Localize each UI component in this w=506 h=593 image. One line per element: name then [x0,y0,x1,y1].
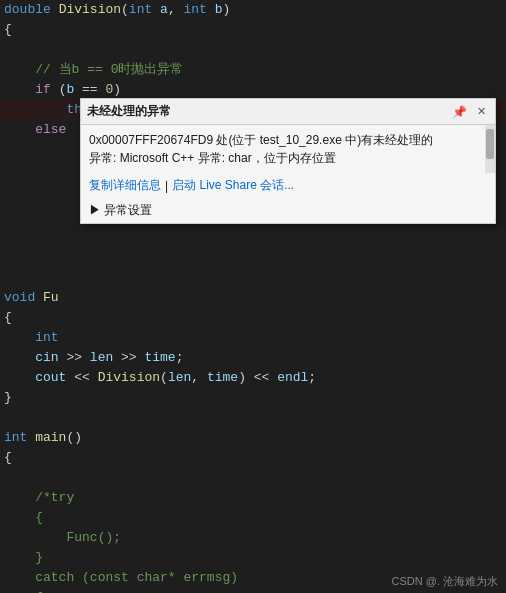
var-cout1: cout [35,368,66,388]
watermark: CSDN @. 沧海难为水 [391,574,498,589]
error-popup: 未经处理的异常 📌 ✕ 0x00007FFF20674FD9 处(位于 test… [80,98,496,224]
popup-scrollbar-thumb [486,129,494,159]
keyword-double: double [4,0,51,20]
code-line-empty1 [0,408,506,428]
code-line-empty2 [0,468,506,488]
param-b: b [215,0,223,20]
code-line-try: /*try [0,488,506,508]
var-len1: len [90,348,113,368]
code-line-5: if ( b == 0 ) [0,80,506,100]
code-line-void-fu: void Fu [0,288,506,308]
func-name: Division [59,0,121,20]
func-fu: Fu [43,288,59,308]
var-endl1: endl [277,368,308,388]
code-line-brace4: { [0,508,506,528]
popup-scrollbar[interactable] [485,125,495,173]
error-expander[interactable]: ▶ 异常设置 [81,200,495,223]
expander-text: ▶ 异常设置 [89,202,152,219]
comment-1: // 当b == 0时抛出异常 [35,60,183,80]
kw-void: void [4,288,35,308]
close-icon[interactable]: ✕ [473,104,489,120]
code-line-brace3: { [0,448,506,468]
error-body-line2: 异常: Microsoft C++ 异常: char，位于内存位置 [89,151,336,165]
code-line-2: { [0,20,506,40]
code-line-brace5: } [0,548,506,568]
code-line-brace1: { [0,308,506,328]
error-popup-controls: 📌 ✕ [452,104,489,120]
code-line-func-call: Func(); [0,528,506,548]
comment-func: Func(); [66,528,121,548]
var-b: b [66,80,74,100]
code-line-4: // 当b == 0时抛出异常 [0,60,506,80]
kw-int1: int [129,0,152,20]
code-line-3 [0,40,506,60]
code-line-1: double Division ( int a , int b ) [0,0,506,20]
pin-icon[interactable]: 📌 [452,105,467,119]
comment-brace5: } [35,548,43,568]
error-popup-header: 未经处理的异常 📌 ✕ [81,99,495,125]
comment-brace6: { [35,588,43,593]
error-popup-title: 未经处理的异常 [87,103,171,120]
code-editor: double Division ( int a , int b ) { // 当… [0,0,506,593]
code-line-cout1: cout << Division ( len , time ) << endl … [0,368,506,388]
code-line-main: int main () [0,428,506,448]
func-main: main [35,428,66,448]
kw-int2: int [184,0,207,20]
var-cin: cin [35,348,58,368]
kw-int-main: int [4,428,27,448]
kw-else: else [35,120,66,140]
comment-brace4: { [35,508,43,528]
copy-details-link[interactable]: 复制详细信息 [89,177,161,194]
code-line-cin: cin >> len >> time ; [0,348,506,368]
link-separator: | [165,179,168,193]
comment-try: /*try [35,488,74,508]
var-time2: time [207,368,238,388]
var-time1: time [144,348,175,368]
error-popup-body: 0x00007FFF20674FD9 处(位于 test_10_29.exe 中… [81,125,495,173]
func-division-call: Division [98,368,160,388]
code-line-int: int [0,328,506,348]
var-len2: len [168,368,191,388]
comment-catch: catch (const char* errmsg) [35,568,238,588]
kw-if: if [35,80,51,100]
param-a: a [160,0,168,20]
error-body-line1: 0x00007FFF20674FD9 处(位于 test_10_29.exe 中… [89,133,433,147]
num-0: 0 [105,80,113,100]
live-share-link[interactable]: 启动 Live Share 会话... [172,177,294,194]
code-line-brace2: } [0,388,506,408]
error-popup-links: 复制详细信息 | 启动 Live Share 会话... [81,173,495,200]
kw-int-inline: int [35,328,58,348]
